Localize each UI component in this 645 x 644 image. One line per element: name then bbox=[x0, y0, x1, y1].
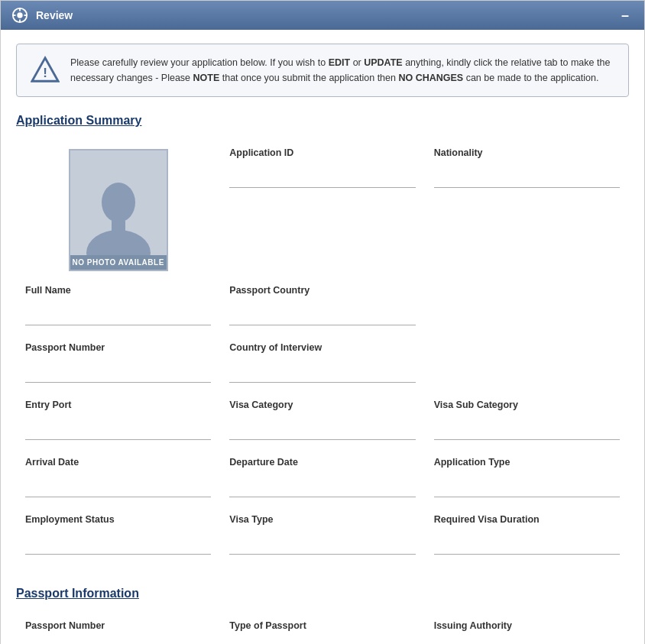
application-type-label: Application Type bbox=[434, 457, 620, 468]
svg-rect-10 bbox=[112, 221, 125, 233]
title-bar: Review – bbox=[1, 1, 644, 30]
passport-information-title: Passport Information bbox=[16, 587, 629, 600]
field-type-of-passport: Type of Passport bbox=[220, 614, 424, 644]
alert-message: Please carefully review your application… bbox=[70, 55, 614, 86]
passport-information-section: Passport Information Passport Number Typ… bbox=[16, 587, 629, 644]
application-id-underline bbox=[229, 187, 415, 188]
field-application-type: Application Type bbox=[425, 451, 629, 508]
full-name-underline bbox=[25, 325, 211, 325]
field-full-name: Full Name bbox=[16, 279, 220, 336]
photo-cell: NO PHOTO AVAILABLE bbox=[16, 141, 220, 279]
photo-label: NO PHOTO AVAILABLE bbox=[70, 255, 167, 270]
visa-category-label: Visa Category bbox=[229, 400, 415, 410]
summary-row-1: Application ID Nationality bbox=[16, 141, 629, 279]
departure-date-underline bbox=[229, 497, 415, 497]
field-visa-category: Visa Category bbox=[220, 393, 424, 451]
field-employment-status: Employment Status bbox=[16, 508, 220, 565]
issuing-authority-label: Issuing Authority bbox=[434, 620, 620, 631]
employment-status-underline bbox=[25, 554, 211, 555]
country-interview-value bbox=[229, 364, 415, 376]
full-name-label: Full Name bbox=[25, 285, 211, 296]
arrival-date-underline bbox=[25, 497, 211, 497]
visa-sub-category-label: Visa Sub Category bbox=[434, 400, 620, 410]
passport-number-underline bbox=[25, 382, 211, 383]
no-changes-label: NO CHANGES bbox=[398, 73, 463, 83]
passport-country-underline bbox=[229, 325, 415, 325]
application-type-underline bbox=[434, 497, 620, 497]
note-label: NOTE bbox=[193, 73, 220, 83]
visa-sub-category-underline bbox=[434, 439, 620, 440]
warning-icon: ! bbox=[31, 55, 60, 84]
departure-date-value bbox=[229, 478, 415, 490]
entry-port-label: Entry Port bbox=[25, 400, 211, 410]
field-visa-type: Visa Type bbox=[220, 508, 424, 565]
field-required-visa-duration: Required Visa Duration bbox=[425, 508, 629, 565]
required-visa-duration-value bbox=[434, 536, 620, 548]
employment-status-value bbox=[25, 536, 211, 548]
passport-country-value bbox=[229, 306, 415, 319]
departure-date-label: Departure Date bbox=[229, 457, 415, 468]
svg-text:!: ! bbox=[43, 66, 47, 80]
application-id-value bbox=[229, 169, 415, 181]
visa-type-label: Visa Type bbox=[229, 514, 415, 525]
arrival-date-value bbox=[25, 478, 211, 490]
passport-country-label: Passport Country bbox=[229, 285, 415, 296]
field-pi-passport-number: Passport Number bbox=[16, 614, 220, 644]
field-visa-sub-category: Visa Sub Category bbox=[425, 393, 629, 451]
photo-spacer-2 bbox=[425, 279, 629, 336]
update-label: UPDATE bbox=[364, 57, 402, 68]
country-interview-underline bbox=[229, 382, 415, 383]
visa-sub-category-value bbox=[434, 421, 620, 433]
summary-row-2: Full Name Passport Country bbox=[16, 279, 629, 336]
application-summary-title: Application Summary bbox=[16, 114, 629, 128]
field-application-id: Application ID bbox=[220, 141, 424, 199]
field-country-interview: Country of Interview bbox=[220, 336, 424, 393]
passport-row-1: Passport Number Type of Passport Issuing… bbox=[16, 614, 629, 644]
alert-box: ! Please carefully review your applicati… bbox=[16, 44, 629, 97]
nationality-value bbox=[434, 169, 620, 181]
svg-point-1 bbox=[17, 12, 22, 18]
summary-row-3: Passport Number Country of Interview bbox=[16, 336, 629, 393]
title-bar-left: Review bbox=[11, 7, 73, 24]
type-of-passport-label: Type of Passport bbox=[229, 620, 415, 631]
field-departure-date: Departure Date bbox=[220, 451, 424, 508]
field-entry-port: Entry Port bbox=[16, 393, 220, 451]
required-visa-duration-label: Required Visa Duration bbox=[434, 514, 620, 525]
edit-label: EDIT bbox=[329, 57, 350, 68]
svg-point-8 bbox=[102, 183, 135, 222]
main-content: ! Please carefully review your applicati… bbox=[1, 30, 644, 644]
summary-row-4: Entry Port Visa Category Visa Sub Catego… bbox=[16, 393, 629, 451]
app-icon bbox=[11, 7, 28, 24]
summary-row-5: Arrival Date Departure Date Application … bbox=[16, 451, 629, 508]
field-nationality: Nationality bbox=[425, 141, 629, 199]
minimize-button[interactable]: – bbox=[617, 8, 634, 24]
field-passport-number: Passport Number bbox=[16, 336, 220, 393]
photo-spacer-3 bbox=[425, 336, 629, 393]
visa-category-underline bbox=[229, 439, 415, 440]
nationality-label: Nationality bbox=[434, 147, 620, 158]
summary-row-6: Employment Status Visa Type Required Vis… bbox=[16, 508, 629, 565]
review-window: Review – ! Please carefully review your … bbox=[0, 0, 645, 644]
visa-type-underline bbox=[229, 554, 415, 555]
application-summary-section: Application Summary Application ID Natio… bbox=[16, 114, 629, 565]
arrival-date-label: Arrival Date bbox=[25, 457, 211, 468]
entry-port-underline bbox=[25, 439, 211, 440]
visa-type-value bbox=[229, 536, 415, 548]
window-title: Review bbox=[36, 9, 73, 21]
full-name-value bbox=[25, 306, 211, 319]
photo-placeholder: NO PHOTO AVAILABLE bbox=[69, 149, 168, 271]
passport-number-value bbox=[25, 364, 211, 376]
employment-status-label: Employment Status bbox=[25, 514, 211, 525]
field-issuing-authority: Issuing Authority bbox=[425, 614, 629, 644]
country-interview-label: Country of Interview bbox=[229, 342, 415, 353]
field-passport-country: Passport Country bbox=[220, 279, 424, 336]
entry-port-value bbox=[25, 421, 211, 433]
nationality-underline bbox=[434, 187, 620, 188]
visa-category-value bbox=[229, 421, 415, 433]
passport-number-label: Passport Number bbox=[25, 342, 211, 353]
application-id-label: Application ID bbox=[229, 147, 415, 158]
application-type-value bbox=[434, 478, 620, 490]
required-visa-duration-underline bbox=[434, 554, 620, 555]
pi-passport-number-label: Passport Number bbox=[25, 620, 211, 631]
field-arrival-date: Arrival Date bbox=[16, 451, 220, 508]
